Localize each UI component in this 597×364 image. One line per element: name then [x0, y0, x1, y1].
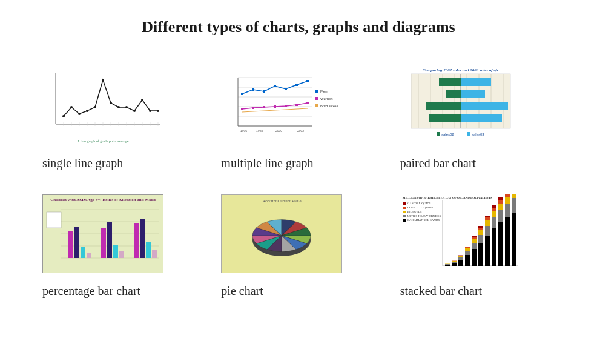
svg-rect-130	[492, 228, 496, 266]
svg-rect-104	[452, 261, 457, 262]
percentage-bar-svg	[43, 204, 163, 271]
svg-rect-71	[426, 102, 461, 110]
svg-rect-133	[492, 208, 496, 211]
svg-point-26	[149, 110, 151, 112]
svg-rect-142	[505, 197, 510, 204]
legend-men: Men	[320, 90, 328, 93]
svg-rect-138	[498, 200, 503, 204]
svg-rect-125	[485, 236, 490, 266]
svg-rect-84	[74, 227, 79, 258]
caption-multi-line: multiple line graph	[221, 156, 375, 170]
svg-rect-87	[101, 228, 106, 258]
pie-title: Account Current Value	[222, 199, 341, 204]
svg-rect-145	[512, 213, 516, 266]
stacked-bar-legend: MILLIONS OF BARRELS PER DAY OF OIL AND E…	[403, 196, 492, 222]
thumb-single-line: A line graph of grade point average	[42, 67, 163, 145]
svg-rect-67	[439, 78, 461, 86]
thumb-percentage-bar: Children with ASDs Age 8+: Issues of Att…	[42, 194, 163, 273]
svg-rect-124	[478, 226, 483, 228]
svg-rect-43	[241, 108, 243, 110]
chart-cell-stacked-bar: MILLIONS OF BARRELS PER DAY OF OIL AND E…	[400, 194, 555, 298]
svg-rect-146	[512, 198, 516, 213]
chart-cell-pie: Account Current Value	[221, 194, 375, 298]
svg-rect-120	[478, 243, 483, 266]
svg-rect-85	[81, 247, 85, 258]
percentage-bar-title: Children with ASDs Age 8+: Issues of Att…	[43, 197, 163, 202]
svg-point-27	[157, 110, 159, 112]
thumb-stacked-bar: MILLIONS OF BARRELS PER DAY OF OIL AND E…	[400, 194, 521, 273]
svg-rect-93	[146, 242, 151, 258]
svg-rect-132	[492, 211, 496, 217]
svg-rect-40	[285, 88, 287, 90]
svg-rect-114	[465, 247, 470, 247]
svg-rect-143	[505, 194, 510, 197]
svg-rect-106	[458, 257, 463, 260]
svg-text:1996: 1996	[240, 129, 247, 133]
svg-text:2000: 2000	[275, 129, 282, 133]
svg-rect-75	[437, 132, 440, 136]
caption-single-line: single line graph	[42, 156, 197, 170]
legend-women: Women	[320, 97, 333, 101]
svg-rect-89	[113, 245, 118, 258]
svg-rect-76	[467, 132, 470, 136]
svg-rect-107	[458, 256, 463, 257]
thumb-pie: Account Current Value	[221, 194, 342, 273]
chart-cell-multi-line: Men Women Both sexes 1996199820002002 mu…	[221, 67, 375, 170]
svg-rect-47	[285, 105, 287, 107]
thumb-multi-line: Men Women Both sexes 1996199820002002	[221, 67, 342, 145]
svg-rect-82	[47, 212, 61, 228]
svg-rect-86	[87, 253, 91, 258]
legend-sales02: sales02	[441, 133, 454, 136]
svg-rect-46	[274, 105, 276, 108]
svg-rect-38	[263, 90, 265, 93]
svg-rect-108	[458, 256, 463, 256]
svg-rect-37	[252, 88, 254, 91]
svg-rect-73	[429, 114, 461, 122]
svg-rect-68	[461, 78, 491, 86]
caption-percentage-bar: percentage bar chart	[42, 284, 197, 298]
svg-point-23	[125, 106, 128, 108]
svg-rect-70	[461, 90, 485, 98]
svg-rect-109	[458, 256, 463, 256]
svg-rect-83	[68, 231, 73, 258]
svg-point-18	[86, 110, 88, 112]
svg-rect-123	[478, 228, 483, 230]
svg-rect-119	[472, 236, 477, 237]
svg-rect-118	[472, 237, 477, 239]
svg-rect-69	[446, 90, 461, 98]
svg-point-25	[141, 99, 143, 101]
svg-rect-44	[252, 107, 254, 109]
svg-rect-52	[315, 104, 318, 107]
svg-rect-147	[512, 194, 516, 198]
svg-rect-136	[498, 210, 503, 222]
svg-point-21	[110, 102, 112, 104]
svg-rect-126	[485, 226, 490, 236]
svg-rect-135	[498, 222, 503, 266]
svg-rect-137	[498, 204, 503, 210]
svg-rect-141	[505, 204, 510, 217]
svg-rect-50	[315, 90, 318, 93]
chart-cell-single-line: A line graph of grade point average sing…	[42, 67, 197, 170]
svg-rect-45	[263, 106, 265, 108]
svg-rect-102	[452, 262, 457, 263]
svg-rect-103	[452, 261, 457, 262]
svg-point-16	[70, 106, 73, 108]
pie-svg	[222, 202, 341, 269]
svg-rect-42	[306, 80, 309, 82]
svg-rect-122	[478, 230, 483, 235]
svg-rect-99	[445, 264, 450, 265]
chart-grid: A line graph of grade point average sing…	[18, 67, 579, 298]
svg-rect-139	[498, 197, 503, 200]
svg-point-20	[102, 79, 104, 81]
svg-rect-115	[472, 249, 477, 266]
single-line-footer: A line graph of grade point average	[42, 139, 163, 143]
svg-rect-111	[465, 251, 470, 255]
svg-point-19	[94, 106, 96, 108]
paired-bar-svg: sales02 sales03	[400, 73, 521, 139]
svg-rect-41	[295, 84, 298, 86]
svg-rect-117	[472, 239, 477, 243]
svg-rect-39	[274, 85, 276, 87]
svg-rect-105	[458, 260, 463, 266]
svg-rect-121	[478, 235, 483, 243]
svg-rect-49	[306, 102, 309, 104]
